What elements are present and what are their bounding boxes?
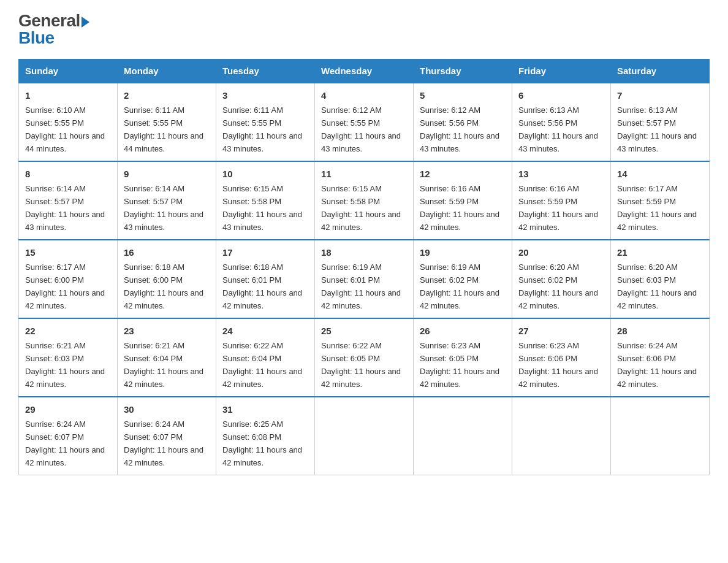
logo-line2: Blue [18,29,89,47]
day-number: 26 [420,324,506,338]
day-number: 27 [518,324,604,338]
calendar-header-row: Sunday Monday Tuesday Wednesday Thursday… [19,59,710,83]
day-number: 8 [25,167,111,181]
table-row: 10Sunrise: 6:15 AMSunset: 5:58 PMDayligh… [216,161,315,240]
table-row: 21Sunrise: 6:20 AMSunset: 6:03 PMDayligh… [611,240,710,318]
table-row: 20Sunrise: 6:20 AMSunset: 6:02 PMDayligh… [512,240,611,318]
day-number: 31 [222,402,308,416]
day-info: Sunrise: 6:16 AMSunset: 5:59 PMDaylight:… [518,184,598,232]
page-header: General Blue [18,12,710,47]
day-info: Sunrise: 6:25 AMSunset: 6:08 PMDaylight:… [222,419,302,467]
table-row: 28Sunrise: 6:24 AMSunset: 6:06 PMDayligh… [611,318,710,397]
day-number: 10 [222,167,308,181]
day-number: 15 [25,245,111,259]
table-row: 31Sunrise: 6:25 AMSunset: 6:08 PMDayligh… [216,397,315,475]
day-number: 20 [518,245,604,259]
day-number: 18 [321,245,407,259]
day-info: Sunrise: 6:17 AMSunset: 5:59 PMDaylight:… [617,184,697,232]
table-row [414,397,512,475]
day-info: Sunrise: 6:19 AMSunset: 6:01 PMDaylight:… [321,262,401,310]
day-info: Sunrise: 6:24 AMSunset: 6:06 PMDaylight:… [617,341,697,389]
day-info: Sunrise: 6:15 AMSunset: 5:58 PMDaylight:… [222,184,302,232]
table-row: 14Sunrise: 6:17 AMSunset: 5:59 PMDayligh… [611,161,710,240]
day-number: 17 [222,245,308,259]
table-row: 30Sunrise: 6:24 AMSunset: 6:07 PMDayligh… [118,397,216,475]
table-row: 9Sunrise: 6:14 AMSunset: 5:57 PMDaylight… [118,161,216,240]
day-number: 1 [25,88,111,102]
day-number: 23 [124,324,210,338]
table-row: 4Sunrise: 6:12 AMSunset: 5:55 PMDaylight… [315,83,414,161]
day-info: Sunrise: 6:13 AMSunset: 5:57 PMDaylight:… [617,105,697,153]
table-row: 29Sunrise: 6:24 AMSunset: 6:07 PMDayligh… [19,397,118,475]
day-info: Sunrise: 6:10 AMSunset: 5:55 PMDaylight:… [25,105,105,153]
day-number: 13 [518,167,604,181]
day-info: Sunrise: 6:16 AMSunset: 5:59 PMDaylight:… [420,184,499,232]
day-info: Sunrise: 6:20 AMSunset: 6:03 PMDaylight:… [617,262,697,310]
day-info: Sunrise: 6:23 AMSunset: 6:06 PMDaylight:… [518,341,598,389]
day-info: Sunrise: 6:19 AMSunset: 6:02 PMDaylight:… [420,262,499,310]
day-number: 3 [222,88,308,102]
day-info: Sunrise: 6:23 AMSunset: 6:05 PMDaylight:… [420,341,499,389]
table-row: 23Sunrise: 6:21 AMSunset: 6:04 PMDayligh… [118,318,216,397]
day-info: Sunrise: 6:13 AMSunset: 5:56 PMDaylight:… [518,105,598,153]
table-row: 16Sunrise: 6:18 AMSunset: 6:00 PMDayligh… [118,240,216,318]
day-number: 16 [124,245,210,259]
day-number: 7 [617,88,703,102]
day-number: 29 [25,402,111,416]
day-number: 14 [617,167,703,181]
day-number: 28 [617,324,703,338]
col-tuesday: Tuesday [216,59,315,83]
day-number: 25 [321,324,407,338]
col-saturday: Saturday [611,59,710,83]
day-number: 24 [222,324,308,338]
day-number: 6 [518,88,604,102]
day-number: 9 [124,167,210,181]
day-number: 21 [617,245,703,259]
day-info: Sunrise: 6:24 AMSunset: 6:07 PMDaylight:… [124,419,203,467]
table-row: 12Sunrise: 6:16 AMSunset: 5:59 PMDayligh… [414,161,512,240]
day-number: 22 [25,324,111,338]
table-row: 25Sunrise: 6:22 AMSunset: 6:05 PMDayligh… [315,318,414,397]
day-info: Sunrise: 6:14 AMSunset: 5:57 PMDaylight:… [124,184,203,232]
table-row [611,397,710,475]
day-info: Sunrise: 6:18 AMSunset: 6:01 PMDaylight:… [222,262,302,310]
day-info: Sunrise: 6:12 AMSunset: 5:55 PMDaylight:… [321,105,401,153]
calendar-week-row: 22Sunrise: 6:21 AMSunset: 6:03 PMDayligh… [19,318,710,397]
table-row: 1Sunrise: 6:10 AMSunset: 5:55 PMDaylight… [19,83,118,161]
day-number: 5 [420,88,506,102]
table-row: 2Sunrise: 6:11 AMSunset: 5:55 PMDaylight… [118,83,216,161]
table-row: 15Sunrise: 6:17 AMSunset: 6:00 PMDayligh… [19,240,118,318]
day-info: Sunrise: 6:18 AMSunset: 6:00 PMDaylight:… [124,262,203,310]
table-row: 26Sunrise: 6:23 AMSunset: 6:05 PMDayligh… [414,318,512,397]
day-info: Sunrise: 6:22 AMSunset: 6:05 PMDaylight:… [321,341,401,389]
logo-arrow-icon [82,17,89,28]
calendar-week-row: 29Sunrise: 6:24 AMSunset: 6:07 PMDayligh… [19,397,710,475]
day-number: 2 [124,88,210,102]
day-number: 30 [124,402,210,416]
day-info: Sunrise: 6:15 AMSunset: 5:58 PMDaylight:… [321,184,401,232]
col-monday: Monday [118,59,216,83]
day-info: Sunrise: 6:11 AMSunset: 5:55 PMDaylight:… [124,105,203,153]
col-sunday: Sunday [19,59,118,83]
table-row: 18Sunrise: 6:19 AMSunset: 6:01 PMDayligh… [315,240,414,318]
day-number: 19 [420,245,506,259]
table-row: 5Sunrise: 6:12 AMSunset: 5:56 PMDaylight… [414,83,512,161]
logo-line1: General [18,12,89,29]
table-row: 19Sunrise: 6:19 AMSunset: 6:02 PMDayligh… [414,240,512,318]
day-number: 4 [321,88,407,102]
col-wednesday: Wednesday [315,59,414,83]
table-row: 27Sunrise: 6:23 AMSunset: 6:06 PMDayligh… [512,318,611,397]
table-row: 13Sunrise: 6:16 AMSunset: 5:59 PMDayligh… [512,161,611,240]
table-row: 6Sunrise: 6:13 AMSunset: 5:56 PMDaylight… [512,83,611,161]
day-info: Sunrise: 6:22 AMSunset: 6:04 PMDaylight:… [222,341,302,389]
day-info: Sunrise: 6:14 AMSunset: 5:57 PMDaylight:… [25,184,105,232]
day-number: 11 [321,167,407,181]
calendar-table: Sunday Monday Tuesday Wednesday Thursday… [18,59,710,475]
calendar-week-row: 8Sunrise: 6:14 AMSunset: 5:57 PMDaylight… [19,161,710,240]
day-info: Sunrise: 6:21 AMSunset: 6:04 PMDaylight:… [124,341,203,389]
day-info: Sunrise: 6:11 AMSunset: 5:55 PMDaylight:… [222,105,302,153]
table-row: 7Sunrise: 6:13 AMSunset: 5:57 PMDaylight… [611,83,710,161]
table-row [512,397,611,475]
day-info: Sunrise: 6:12 AMSunset: 5:56 PMDaylight:… [420,105,499,153]
col-thursday: Thursday [414,59,512,83]
